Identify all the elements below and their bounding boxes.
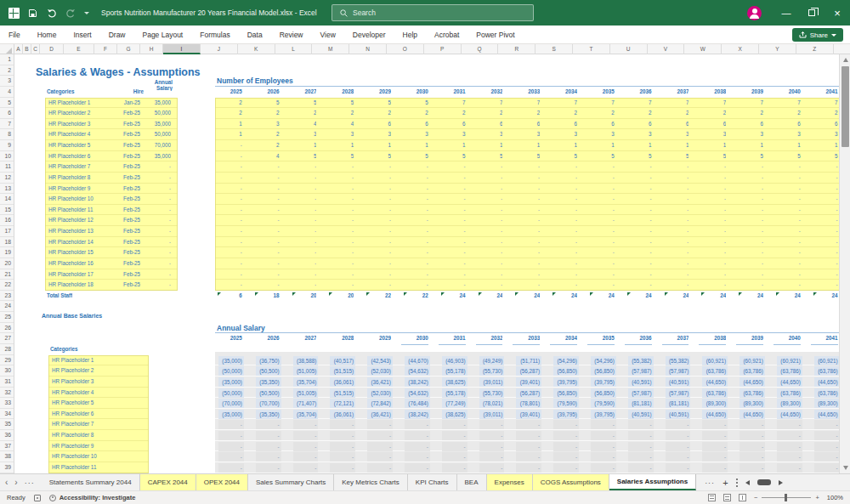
annual-salary-year-header[interactable]: 2038 <box>699 333 726 345</box>
annual-salary-cell[interactable]: - <box>702 442 728 451</box>
employee-count-cell[interactable]: 4 <box>326 119 354 130</box>
annual-salary-cell[interactable]: (57,987) <box>666 366 691 376</box>
sheet-tab-opex-2044[interactable]: OPEX 2044 <box>196 474 248 490</box>
employee-count-cell[interactable]: 1 <box>625 140 652 151</box>
row-header-3[interactable]: 3 <box>0 76 14 87</box>
annual-salary-cell[interactable]: (44,670) <box>405 356 430 365</box>
employee-count-cell[interactable]: - <box>625 237 652 248</box>
employee-count-cell[interactable]: 3 <box>476 129 503 140</box>
employee-count-cell[interactable]: - <box>476 237 503 248</box>
staff-name-cell[interactable]: HR Placeholder 9 <box>48 184 115 195</box>
search-box[interactable]: Search <box>332 4 534 21</box>
employee-count-cell[interactable]: 5 <box>587 151 615 162</box>
employee-count-cell[interactable]: 5 <box>326 151 354 162</box>
ribbon-tab-insert[interactable]: Insert <box>65 25 99 44</box>
employees-total-cell[interactable]: 22 <box>364 291 391 302</box>
employee-count-cell[interactable]: - <box>662 205 689 216</box>
annual-salary-cell[interactable]: (44,650) <box>814 377 839 387</box>
annual-salary-cell[interactable]: (57,987) <box>628 388 654 398</box>
employee-count-cell[interactable]: - <box>587 226 615 237</box>
staff-name-cell[interactable]: HR Placeholder 16 <box>48 258 115 269</box>
ribbon-tab-home[interactable]: Home <box>29 25 65 44</box>
employee-count-cell[interactable]: - <box>699 226 726 237</box>
employee-count-cell[interactable]: - <box>401 173 428 184</box>
employee-count-cell[interactable]: - <box>439 247 466 258</box>
employee-count-cell[interactable]: - <box>513 237 540 248</box>
row-header-16[interactable]: 16 <box>0 215 14 226</box>
employee-count-cell[interactable]: 2 <box>401 108 428 119</box>
column-header-O[interactable]: O <box>387 44 424 54</box>
annual-salary-cell[interactable]: - <box>666 442 691 451</box>
employee-count-cell[interactable]: - <box>326 258 354 269</box>
staff-name-cell[interactable]: HR Placeholder 6 <box>48 151 115 162</box>
staff-name-cell[interactable]: HR Placeholder 5 <box>48 140 115 151</box>
employee-count-cell[interactable]: - <box>587 215 615 226</box>
staff-salary-cell[interactable]: 50,000 <box>139 108 171 119</box>
employee-count-cell[interactable]: - <box>513 215 540 226</box>
employee-count-cell[interactable]: 4 <box>290 119 317 130</box>
annual-salary-cell[interactable]: - <box>293 452 319 462</box>
row-header-21[interactable]: 21 <box>0 269 14 280</box>
employee-count-cell[interactable]: - <box>476 247 503 258</box>
annual-salary-cell[interactable]: - <box>814 420 839 429</box>
employee-count-cell[interactable]: - <box>252 215 280 226</box>
employee-count-cell[interactable]: - <box>513 269 540 280</box>
annual-salary-cell[interactable]: (38,588) <box>293 356 319 365</box>
row-header-18[interactable]: 18 <box>0 237 14 248</box>
annual-salary-cell[interactable]: - <box>553 431 579 440</box>
sheet-tab-expenses[interactable]: Expenses <box>487 474 533 490</box>
annual-salary-cell[interactable]: (35,704) <box>293 410 319 419</box>
employee-count-cell[interactable]: - <box>215 151 242 162</box>
staff-name-cell[interactable]: HR Placeholder 17 <box>48 269 115 280</box>
employee-count-cell[interactable]: 1 <box>215 129 242 140</box>
more-sheets-icon[interactable]: ··· <box>705 479 715 487</box>
sheet-tab-sales-summary-charts[interactable]: Sales Summary Charts <box>248 474 334 490</box>
annual-salary-cell[interactable]: (60,921) <box>740 356 765 365</box>
staff-salary-cell[interactable]: 35,000 <box>139 119 171 130</box>
annual-salary-cell[interactable]: (71,407) <box>293 399 319 408</box>
employee-count-cell[interactable]: - <box>290 258 317 269</box>
row-header-1[interactable]: 1 <box>0 54 14 65</box>
employee-count-cell[interactable]: 3 <box>736 129 763 140</box>
employee-count-cell[interactable]: - <box>550 161 577 173</box>
employee-count-cell[interactable]: 6 <box>587 119 615 130</box>
employees-year-header[interactable]: 2030 <box>401 87 428 98</box>
employee-count-cell[interactable]: 5 <box>401 151 428 162</box>
ribbon-tab-data[interactable]: Data <box>239 25 271 44</box>
employee-count-cell[interactable]: - <box>513 161 540 173</box>
ribbon-tab-file[interactable]: File <box>0 25 29 44</box>
column-header-M[interactable]: M <box>312 44 349 54</box>
employee-count-cell[interactable]: - <box>252 194 280 205</box>
row-header-23[interactable]: 23 <box>0 291 14 302</box>
employee-count-cell[interactable]: 5 <box>625 151 652 162</box>
employee-count-cell[interactable]: 5 <box>774 151 801 162</box>
staff-hire-cell[interactable]: Feb-25 <box>115 151 140 162</box>
annual-salary-cell[interactable]: - <box>479 442 505 451</box>
annual-salary-year-header[interactable]: 2041 <box>811 333 838 345</box>
employee-count-cell[interactable]: - <box>736 161 763 173</box>
staff-name-cell[interactable]: HR Placeholder 12 <box>48 215 115 226</box>
employee-count-cell[interactable]: - <box>290 247 317 258</box>
employees-total-cell[interactable]: 24 <box>736 291 763 302</box>
annual-salary-cell[interactable]: (63,786) <box>702 388 728 398</box>
customize-qat-icon[interactable] <box>84 12 89 14</box>
employee-count-cell[interactable]: - <box>811 280 838 291</box>
employee-count-cell[interactable]: - <box>662 194 689 205</box>
staff-salary-cell[interactable]: - <box>139 269 171 280</box>
employee-count-cell[interactable]: - <box>587 237 615 248</box>
employees-title[interactable]: Number of Employees <box>217 76 293 85</box>
employee-count-cell[interactable]: 7 <box>476 98 503 109</box>
column-header-Q[interactable]: Q <box>462 44 499 54</box>
annual-salary-cell[interactable]: (51,515) <box>330 366 355 376</box>
annual-salary-cell[interactable]: (39,795) <box>553 410 579 419</box>
annual-salary-cell[interactable]: - <box>479 420 505 429</box>
employee-count-cell[interactable]: - <box>476 205 503 216</box>
annual-salary-cell[interactable]: (36,061) <box>330 410 355 419</box>
column-header-K[interactable]: K <box>238 44 275 54</box>
employee-count-cell[interactable]: 7 <box>699 98 726 109</box>
zoom-level[interactable]: 100% <box>827 494 843 501</box>
annual-salary-cell[interactable]: (50,000) <box>218 388 244 398</box>
column-header-C[interactable]: C <box>31 44 40 54</box>
staff-salary-cell[interactable]: - <box>139 226 171 237</box>
employees-total-cell[interactable]: 24 <box>774 291 801 302</box>
